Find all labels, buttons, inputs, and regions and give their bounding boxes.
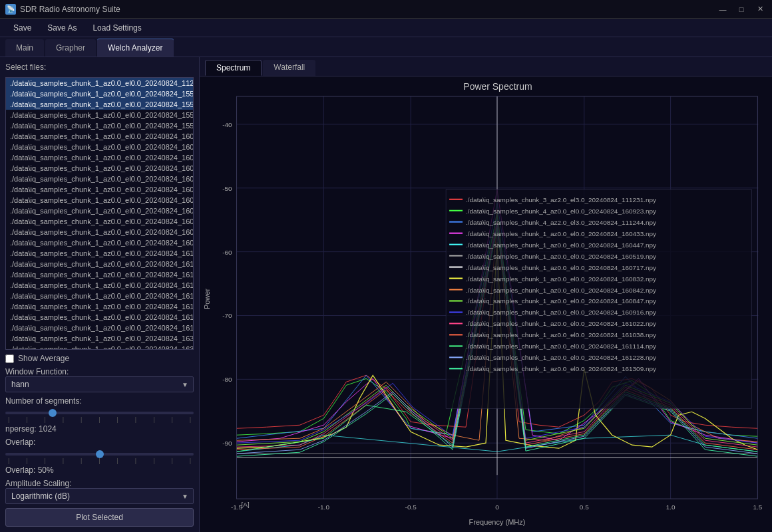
legend-text-1: ./data\iq_samples_chunk_4_az0.0_el0.0_20… — [466, 207, 656, 215]
overlap-ticks: | | | | | | | | | | | — [5, 458, 194, 464]
legend-text-11: ./data\iq_samples_chunk_1_az0.0_el0.0_20… — [466, 320, 656, 327]
legend-text-13: ./data\iq_samples_chunk_1_az0.0_el0.0_20… — [466, 342, 656, 350]
window-function-select[interactable]: hann hamming blackman bartlett flattop — [5, 376, 194, 392]
legend-text-9: ./data\iq_samples_chunk_1_az0.0_el0.0_20… — [466, 298, 656, 305]
num-segments-ticks: | | | | | | | | | | | — [5, 416, 194, 423]
legend-text-5: ./data\iq_samples_chunk_1_az0.0_el0.0_20… — [466, 253, 656, 260]
file-item[interactable]: ./data\iq_samples_chunk_1_az0.0_el0.0_20… — [6, 227, 193, 237]
power-spectrum-chart: Power Spectrum — [200, 76, 772, 532]
chart-tab-bar: Spectrum Waterfall — [200, 57, 772, 76]
window-function-label: Window Function: — [5, 367, 194, 376]
legend-text-2: ./data\iq_samples_chunk_4_az2.0_el3.0_20… — [466, 219, 656, 226]
menu-bar: Save Save As Load Settings — [0, 19, 772, 37]
y-axis-label: Power — [203, 289, 211, 309]
menu-save[interactable]: Save — [5, 21, 39, 35]
x-tick-15: 1.5 — [753, 503, 762, 511]
amplitude-scaling-dropdown-container: Logarithmic (dB) Linear ▼ — [5, 488, 194, 504]
file-item[interactable]: ./data\iq_samples_chunk_1_az0.0_el0.0_20… — [6, 269, 193, 280]
legend-text-10: ./data\iq_samples_chunk_1_az0.0_el0.0_20… — [466, 309, 656, 316]
y-tick-70: -70 — [222, 312, 232, 319]
file-item[interactable]: ./data\iq_samples_chunk_1_az0.0_el0.0_20… — [6, 78, 193, 88]
main-layout: Select files: ./data\iq_samples_chunk_1_… — [0, 57, 772, 532]
y-tick-80: -80 — [222, 376, 232, 383]
file-item[interactable]: ./data\iq_samples_chunk_1_az0.0_el0.0_20… — [6, 163, 193, 174]
num-segments-label: Number of segments: — [5, 396, 194, 406]
chart-container: Power Spectrum — [200, 76, 772, 532]
legend-text-15: ./data\iq_samples_chunk_1_az0.0_el0.0_20… — [466, 365, 656, 372]
tab-grapher[interactable]: Grapher — [45, 39, 96, 57]
plot-selected-button[interactable]: Plot Selected — [5, 508, 194, 527]
legend-text-12: ./data\iq_samples_chunk_1_az0.0_el0.0_20… — [466, 331, 656, 338]
file-item[interactable]: ./data\iq_samples_chunk_1_az0.0_el0.0_20… — [6, 99, 193, 110]
right-panel: Spectrum Waterfall Power Spectrum — [200, 57, 772, 532]
tab-main[interactable]: Main — [5, 39, 44, 57]
x-tick-n10: -1.0 — [318, 503, 330, 511]
close-button[interactable]: ✕ — [753, 3, 767, 16]
file-item[interactable]: ./data\iq_samples_chunk_1_az0.0_el0.0_20… — [6, 174, 193, 184]
menu-save-as[interactable]: Save As — [39, 21, 85, 35]
file-item[interactable]: ./data\iq_samples_chunk_1_az0.0_el0.0_20… — [6, 323, 193, 333]
minimize-button[interactable]: — — [716, 3, 729, 16]
file-item[interactable]: ./data\iq_samples_chunk_1_az0.0_el0.0_20… — [6, 333, 193, 344]
tab-welch-analyzer[interactable]: Welch Analyzer — [97, 39, 173, 57]
y-tick-90: -90 — [222, 440, 232, 447]
file-item[interactable]: ./data\iq_samples_chunk_1_az0.0_el0.0_20… — [6, 152, 193, 163]
title-bar: 📡 SDR Radio Astronomy Suite — □ ✕ — [0, 0, 772, 19]
file-item[interactable]: ./data\iq_samples_chunk_1_az0.0_el0.0_20… — [6, 259, 193, 269]
x-tick-0: 0 — [495, 503, 499, 511]
chart-tab-waterfall[interactable]: Waterfall — [263, 60, 315, 76]
legend-text-8: ./data\iq_samples_chunk_1_az0.0_el0.0_20… — [466, 287, 656, 294]
x-tick-10: 1.0 — [666, 503, 676, 511]
menu-load-settings[interactable]: Load Settings — [85, 21, 149, 35]
show-average-checkbox[interactable] — [5, 354, 14, 363]
file-item[interactable]: ./data\iq_samples_chunk_1_az0.0_el0.0_20… — [6, 301, 193, 312]
num-segments-slider-container: | | | | | | | | | | | — [5, 406, 194, 424]
maximize-button[interactable]: □ — [735, 3, 748, 16]
overlap-slider-container: | | | | | | | | | | | — [5, 447, 194, 466]
file-list-container: ./data\iq_samples_chunk_1_az0.0_el0.0_20… — [5, 77, 194, 350]
x-tick-05: 0.5 — [580, 503, 589, 511]
file-item[interactable]: ./data\iq_samples_chunk_1_az0.0_el0.0_20… — [6, 205, 193, 216]
file-item[interactable]: ./data\iq_samples_chunk_1_az0.0_el0.0_20… — [6, 120, 193, 131]
amplitude-scaling-label: Amplitude Scaling: — [5, 479, 194, 488]
file-list[interactable]: ./data\iq_samples_chunk_1_az0.0_el0.0_20… — [6, 78, 193, 349]
left-panel: Select files: ./data\iq_samples_chunk_1_… — [0, 57, 200, 532]
main-tab-bar: Main Grapher Welch Analyzer — [0, 37, 772, 57]
legend-text-7: ./data\iq_samples_chunk_1_az0.0_el0.0_20… — [466, 275, 656, 283]
file-item[interactable]: ./data\iq_samples_chunk_1_az0.0_el0.0_20… — [6, 110, 193, 120]
overlap-slider[interactable] — [5, 453, 194, 456]
legend-text-0: ./data\iq_samples_chunk_3_az2.0_el3.0_20… — [466, 196, 656, 203]
file-item[interactable]: ./data\iq_samples_chunk_1_az0.0_el0.0_20… — [6, 195, 193, 205]
file-item[interactable]: ./data\iq_samples_chunk_1_az0.0_el0.0_20… — [6, 216, 193, 227]
file-item[interactable]: ./data\iq_samples_chunk_1_az0.0_el0.0_20… — [6, 184, 193, 195]
file-item[interactable]: ./data\iq_samples_chunk_1_az0.0_el0.0_20… — [6, 131, 193, 142]
amplitude-scaling-select[interactable]: Logarithmic (dB) Linear — [5, 488, 194, 504]
show-average-label: Show Average — [18, 354, 69, 363]
window-controls: — □ ✕ — [716, 3, 767, 16]
y-tick-40: -40 — [222, 121, 232, 128]
num-segments-slider[interactable] — [5, 412, 194, 414]
select-files-label: Select files: — [5, 63, 194, 72]
show-average-row: Show Average — [5, 354, 194, 363]
legend-text-4: ./data\iq_samples_chunk_1_az0.0_el0.0_20… — [466, 241, 656, 249]
chart-tab-spectrum[interactable]: Spectrum — [205, 60, 262, 76]
y-tick-60: -60 — [222, 249, 232, 256]
overlap-section: Overlap: | | | | | | | | | | | — [5, 438, 194, 475]
file-item[interactable]: ./data\iq_samples_chunk_1_az0.0_el0.0_20… — [6, 142, 193, 152]
file-item[interactable]: ./data\iq_samples_chunk_1_az0.0_el0.0_20… — [6, 344, 193, 349]
file-item[interactable]: ./data\iq_samples_chunk_1_az0.0_el0.0_20… — [6, 88, 193, 99]
file-item[interactable]: ./data\iq_samples_chunk_1_az0.0_el0.0_20… — [6, 237, 193, 248]
legend-text-6: ./data\iq_samples_chunk_1_az0.0_el0.0_20… — [466, 264, 656, 271]
overlap-label: Overlap: — [5, 438, 194, 447]
file-item[interactable]: ./data\iq_samples_chunk_1_az0.0_el0.0_20… — [6, 248, 193, 259]
file-item[interactable]: ./data\iq_samples_chunk_1_az0.0_el0.0_20… — [6, 280, 193, 291]
window-function-dropdown-container: hann hamming blackman bartlett flattop ▼ — [5, 376, 194, 392]
file-item[interactable]: ./data\iq_samples_chunk_1_az0.0_el0.0_20… — [6, 291, 193, 301]
amplitude-scaling-section: Amplitude Scaling: Logarithmic (dB) Line… — [5, 479, 194, 504]
legend-text-3: ./data\iq_samples_chunk_1_az0.0_el0.0_20… — [466, 230, 656, 237]
app-title: SDR Radio Astronomy Suite — [20, 5, 716, 14]
num-segments-section: Number of segments: | | | | | | | | | | — [5, 396, 194, 434]
file-item[interactable]: ./data\iq_samples_chunk_1_az0.0_el0.0_20… — [6, 312, 193, 323]
legend-text-14: ./data\iq_samples_chunk_1_az0.0_el0.0_20… — [466, 354, 656, 361]
nperseg-value: nperseg: 1024 — [5, 424, 194, 434]
